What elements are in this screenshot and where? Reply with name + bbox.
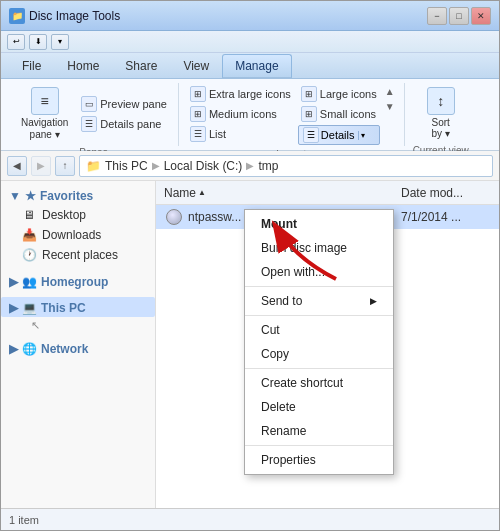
preview-pane-icon: ▭ [81,96,97,112]
network-label: Network [41,342,88,356]
layout-scroll-up[interactable]: ▲ [384,85,396,98]
maximize-button[interactable]: □ [449,7,469,25]
ctx-create-shortcut[interactable]: Create shortcut [245,371,393,395]
sidebar-item-desktop[interactable]: 🖥 Desktop [1,205,155,225]
sidebar-item-downloads[interactable]: 📥 Downloads [1,225,155,245]
sidebar-item-recent-places[interactable]: 🕐 Recent places [1,245,155,265]
pane-options: ▭ Preview pane ☰ Details pane [78,95,170,133]
ribbon-tabs: File Home Share View Manage [1,53,499,79]
sort-indicator: ▲ [198,188,206,197]
navigation-pane-button[interactable]: ≡ Navigationpane ▾ [17,85,72,143]
ctx-open-with-label: Open with... [261,265,325,279]
file-header: Name ▲ Date mod... [156,181,499,205]
tab-home[interactable]: Home [54,54,112,78]
disc-image-icon [166,209,182,225]
path-local-disk[interactable]: Local Disk (C:) [164,159,243,173]
ctx-cut[interactable]: Cut [245,318,393,342]
tab-file[interactable]: File [9,54,54,78]
main-content: ▼ ★ Favorites 🖥 Desktop 📥 Downloads 🕐 Re… [1,181,499,508]
details-icon: ☰ [303,127,319,143]
panes-items: ≡ Navigationpane ▾ ▭ Preview pane ☰ Deta… [17,85,170,143]
details-pane-icon: ☰ [81,116,97,132]
address-path[interactable]: 📁 This PC ▶ Local Disk (C:) ▶ tmp [79,155,493,177]
details-dropdown-arrow: ▾ [358,131,365,140]
layout-col-right: ⊞ Large icons ⊞ Small icons ☰ Details ▾ [298,85,380,145]
details-button[interactable]: ☰ Details ▾ [298,125,380,145]
recent-places-label: Recent places [42,248,118,262]
title-bar: 📁 Disc Image Tools − □ ✕ [1,1,499,31]
window-title: Disc Image Tools [29,9,120,23]
downloads-icon: 📥 [21,228,37,242]
ribbon-content: ≡ Navigationpane ▾ ▭ Preview pane ☰ Deta… [1,79,499,151]
ctx-cut-label: Cut [261,323,280,337]
up-button[interactable]: ↑ [55,156,75,176]
ctx-burn[interactable]: Burn disc image [245,236,393,260]
sidebar-this-pc-header[interactable]: ▶ 💻 This PC [1,297,155,317]
path-tmp[interactable]: tmp [258,159,278,173]
path-sep-2: ▶ [246,160,254,171]
close-button[interactable]: ✕ [471,7,491,25]
ctx-rename[interactable]: Rename [245,419,393,443]
preview-pane-button[interactable]: ▭ Preview pane [78,95,170,113]
tab-manage[interactable]: Manage [222,54,291,78]
back-button[interactable]: ◀ [7,156,27,176]
col-name-header[interactable]: Name ▲ [164,186,401,200]
sidebar-network-header[interactable]: ▶ 🌐 Network [1,338,155,358]
homegroup-collapse-icon: ▶ [9,275,18,289]
favorites-collapse-icon: ▼ [9,189,21,203]
qt-back-button[interactable]: ↩ [7,34,25,50]
path-icon: 📁 [86,159,101,173]
ctx-sep-2 [245,315,393,316]
ctx-send-to-arrow: ▶ [370,296,377,306]
nav-pane-icon: ≡ [31,87,59,115]
path-sep-1: ▶ [152,160,160,171]
file-icon-ntpasswd [164,208,184,226]
ctx-open-with[interactable]: Open with... [245,260,393,284]
large-icons-button[interactable]: ⊞ Large icons [298,85,380,103]
tab-share[interactable]: Share [112,54,170,78]
title-bar-left: 📁 Disc Image Tools [9,8,120,24]
recent-places-icon: 🕐 [21,248,37,262]
ctx-send-to[interactable]: Send to ▶ [245,289,393,313]
this-pc-icon: 💻 [22,301,37,315]
sidebar: ▼ ★ Favorites 🖥 Desktop 📥 Downloads 🕐 Re… [1,181,156,508]
path-this-pc[interactable]: This PC [105,159,148,173]
sidebar-favorites-header[interactable]: ▼ ★ Favorites [1,185,155,205]
layout-section: ⊞ Extra large icons ⊞ Medium icons ☰ Lis… [187,85,396,145]
list-button[interactable]: ☰ List [187,125,294,143]
this-pc-collapse-icon: ▶ [9,301,18,315]
minimize-button[interactable]: − [427,7,447,25]
sort-by-label: Sortby ▾ [432,117,450,139]
ctx-properties[interactable]: Properties [245,448,393,472]
small-icons-button[interactable]: ⊞ Small icons [298,105,380,123]
qt-down-button[interactable]: ⬇ [29,34,47,50]
ctx-sep-4 [245,445,393,446]
tab-view[interactable]: View [170,54,222,78]
details-pane-button[interactable]: ☰ Details pane [78,115,170,133]
layout-scroll: ▲ ▼ [384,85,396,113]
sidebar-homegroup-header[interactable]: ▶ 👥 Homegroup [1,271,155,291]
ctx-mount[interactable]: Mount [245,212,393,236]
ribbon-group-layout: ⊞ Extra large icons ⊞ Medium icons ☰ Lis… [179,83,405,146]
layout-scroll-down[interactable]: ▼ [384,100,396,113]
extra-large-label: Extra large icons [209,88,291,100]
ctx-copy-label: Copy [261,347,289,361]
sort-by-button[interactable]: ↕ Sortby ▾ [423,85,459,141]
list-label: List [209,128,226,140]
medium-icons-button[interactable]: ⊞ Medium icons [187,105,294,123]
status-bar: 1 item [1,508,499,530]
downloads-label: Downloads [42,228,101,242]
forward-button[interactable]: ▶ [31,156,51,176]
window-controls: − □ ✕ [427,7,491,25]
qt-dropdown-button[interactable]: ▾ [51,34,69,50]
ctx-mount-label: Mount [261,217,297,231]
desktop-icon: 🖥 [21,208,37,222]
extra-large-icons-button[interactable]: ⊞ Extra large icons [187,85,294,103]
col-date-header[interactable]: Date mod... [401,186,491,200]
ctx-properties-label: Properties [261,453,316,467]
ctx-sep-3 [245,368,393,369]
homegroup-label: Homegroup [41,275,108,289]
ctx-send-to-label: Send to [261,294,302,308]
ctx-copy[interactable]: Copy [245,342,393,366]
ctx-delete[interactable]: Delete [245,395,393,419]
